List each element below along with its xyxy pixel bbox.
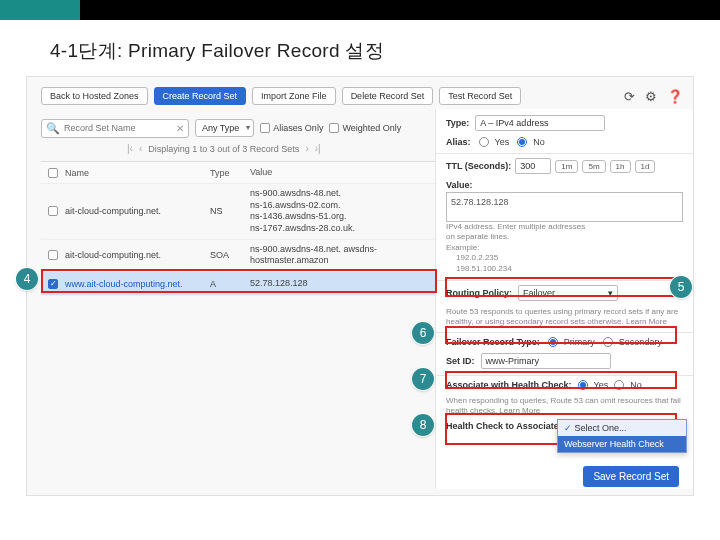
first-page-icon[interactable]: |‹ bbox=[127, 143, 133, 154]
select-all-checkbox[interactable] bbox=[48, 168, 58, 178]
step-marker-6: 6 bbox=[412, 322, 434, 344]
failover-type-label: Failover Record Type: bbox=[446, 337, 540, 347]
back-to-zones-button[interactable]: Back to Hosted Zones bbox=[41, 87, 148, 105]
prev-page-icon[interactable]: ‹ bbox=[139, 143, 142, 154]
ttl-5m-button[interactable]: 5m bbox=[582, 160, 605, 173]
step-marker-7: 7 bbox=[412, 368, 434, 390]
hc-to-assoc-dropdown[interactable]: ✓ Select One... Webserver Health Check bbox=[557, 419, 687, 453]
hc-to-assoc-label: Health Check to Associate: bbox=[446, 421, 562, 431]
set-id-input[interactable]: www-Primary bbox=[481, 353, 611, 369]
routing-policy-select[interactable]: Failover▾ bbox=[518, 285, 618, 301]
step-marker-4: 4 bbox=[16, 268, 38, 290]
record-set-table: Name Type Value ait-cloud-computing.net.… bbox=[41, 161, 441, 296]
weighted-only-label: Weighted Only bbox=[342, 123, 401, 133]
record-search-input[interactable]: 🔍 ✕ bbox=[41, 119, 189, 138]
ttl-label: TTL (Seconds): bbox=[446, 161, 511, 171]
weighted-only-checkbox[interactable] bbox=[329, 123, 339, 133]
screenshot-panel: Back to Hosted Zones Create Record Set I… bbox=[26, 76, 694, 496]
type-select[interactable]: A – IPv4 address bbox=[475, 115, 605, 131]
last-page-icon[interactable]: ›| bbox=[315, 143, 321, 154]
cell-value: ns-900.awsdns-48.net. ns-16.awsdns-02.co… bbox=[250, 188, 441, 235]
detail-panel: Type: A – IPv4 address Alias: Yes No TTL… bbox=[435, 109, 693, 489]
table-row[interactable]: ait-cloud-computing.net. SOA ns-900.awsd… bbox=[41, 240, 441, 272]
alias-label: Alias: bbox=[446, 137, 471, 147]
failover-secondary-radio[interactable] bbox=[603, 337, 613, 347]
table-row[interactable]: ait-cloud-computing.net. NS ns-900.awsdn… bbox=[41, 184, 441, 240]
create-record-set-button[interactable]: Create Record Set bbox=[154, 87, 247, 105]
search-icon: 🔍 bbox=[46, 122, 60, 135]
failover-primary-radio[interactable] bbox=[548, 337, 558, 347]
routing-policy-label: Routing Policy: bbox=[446, 288, 512, 298]
aliases-only-checkbox[interactable] bbox=[260, 123, 270, 133]
alias-yes-text: Yes bbox=[495, 137, 510, 147]
value-label: Value: bbox=[446, 180, 683, 190]
cell-type: SOA bbox=[210, 250, 250, 260]
import-zone-file-button[interactable]: Import Zone File bbox=[252, 87, 336, 105]
ttl-input[interactable]: 300 bbox=[515, 158, 551, 174]
alias-no-radio[interactable] bbox=[517, 137, 527, 147]
ttl-1h-button[interactable]: 1h bbox=[610, 160, 631, 173]
hc-hint: When responding to queries, Route 53 can… bbox=[446, 396, 683, 417]
search-field[interactable] bbox=[64, 123, 176, 133]
clear-search-icon[interactable]: ✕ bbox=[176, 123, 184, 134]
pager: |‹ ‹ Displaying 1 to 3 out of 3 Record S… bbox=[127, 143, 321, 154]
cell-type: A bbox=[210, 279, 250, 289]
hc-no-radio[interactable] bbox=[614, 380, 624, 390]
test-record-set-button[interactable]: Test Record Set bbox=[439, 87, 521, 105]
filter-bar: 🔍 ✕ Any Type Aliases Only Weighted Only bbox=[41, 115, 401, 141]
aliases-only-label: Aliases Only bbox=[273, 123, 323, 133]
cell-value: ns-900.awsdns-48.net. awsdns-hostmaster.… bbox=[250, 244, 441, 267]
row-checkbox[interactable] bbox=[48, 206, 58, 216]
alias-yes-radio[interactable] bbox=[479, 137, 489, 147]
table-row-selected[interactable]: www.ait-cloud-computing.net. A 52.78.128… bbox=[41, 272, 441, 296]
type-filter-select[interactable]: Any Type bbox=[195, 119, 254, 137]
alias-no-text: No bbox=[533, 137, 545, 147]
cell-type: NS bbox=[210, 206, 250, 216]
ttl-1d-button[interactable]: 1d bbox=[635, 160, 656, 173]
hc-option-webserver[interactable]: Webserver Health Check bbox=[558, 436, 686, 452]
hc-yes-radio[interactable] bbox=[578, 380, 588, 390]
step-marker-5: 5 bbox=[670, 276, 692, 298]
col-value[interactable]: Value bbox=[250, 167, 441, 179]
row-checkbox-checked[interactable] bbox=[48, 279, 58, 289]
cell-name: www.ait-cloud-computing.net. bbox=[65, 279, 210, 289]
ttl-1m-button[interactable]: 1m bbox=[555, 160, 578, 173]
gear-icon[interactable]: ⚙ bbox=[645, 89, 657, 104]
delete-record-set-button[interactable]: Delete Record Set bbox=[342, 87, 434, 105]
next-page-icon[interactable]: › bbox=[305, 143, 308, 154]
set-id-label: Set ID: bbox=[446, 356, 475, 366]
help-icon[interactable]: ❓ bbox=[667, 89, 683, 104]
row-checkbox[interactable] bbox=[48, 250, 58, 260]
cell-name: ait-cloud-computing.net. bbox=[65, 206, 210, 216]
cell-value: 52.78.128.128 bbox=[250, 278, 441, 290]
ipv4-hint: IPv4 address. Enter multiple addresses o… bbox=[446, 222, 683, 274]
value-textarea[interactable]: 52.78.128.128 bbox=[446, 192, 683, 222]
refresh-icon[interactable]: ⟳ bbox=[624, 89, 635, 104]
slide-title: 4-1단계: Primary Failover Record 설정 bbox=[0, 20, 720, 76]
hc-option-select-one[interactable]: ✓ Select One... bbox=[558, 420, 686, 436]
pager-text: Displaying 1 to 3 out of 3 Record Sets bbox=[148, 144, 299, 154]
hc-assoc-label: Associate with Health Check: bbox=[446, 380, 572, 390]
type-label: Type: bbox=[446, 118, 469, 128]
save-record-set-button[interactable]: Save Record Set bbox=[583, 466, 679, 487]
routing-policy-hint: Route 53 responds to queries using prima… bbox=[446, 307, 683, 328]
toolbar: Back to Hosted Zones Create Record Set I… bbox=[27, 83, 693, 109]
cell-name: ait-cloud-computing.net. bbox=[65, 250, 210, 260]
col-name[interactable]: Name bbox=[65, 168, 210, 178]
col-type[interactable]: Type bbox=[210, 168, 250, 178]
step-marker-8: 8 bbox=[412, 414, 434, 436]
